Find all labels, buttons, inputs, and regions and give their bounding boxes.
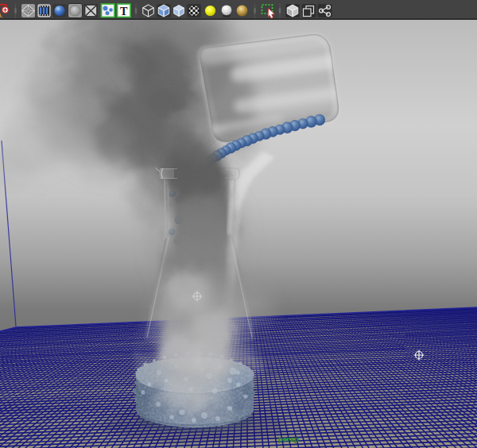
svg-text:persp: persp xyxy=(278,434,299,443)
svg-text:T: T xyxy=(120,6,128,17)
